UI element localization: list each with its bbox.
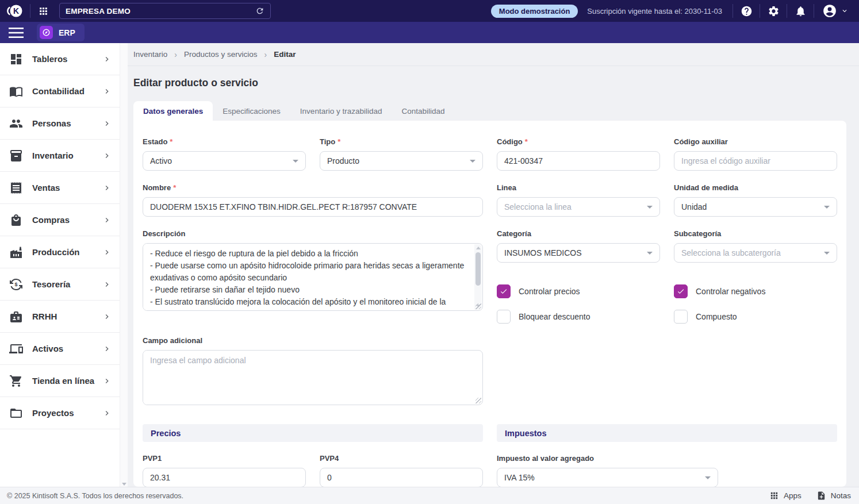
subcategoria-placeholder: Selecciona la subcatergoría	[681, 248, 781, 257]
sidebar-item-rrhh[interactable]: RRHH	[0, 301, 120, 333]
company-selector[interactable]	[59, 3, 271, 19]
sidebar-item-personas[interactable]: Personas	[0, 107, 120, 140]
chevron-right-icon	[102, 409, 112, 418]
page-title: Editar producto o servicio	[133, 76, 859, 89]
sidebar-item-tesoreria[interactable]: $ Tesorería	[0, 268, 120, 301]
linea-label: Linea	[497, 183, 516, 192]
field-codigo: Código*	[497, 137, 660, 171]
checkbox-bloquear-descuento[interactable]: Bloquear descuento	[497, 310, 660, 324]
iva-value: IVA 15%	[504, 473, 535, 482]
resize-grip[interactable]	[475, 303, 481, 309]
footer-apps-label: Apps	[784, 491, 802, 500]
estado-label: Estado	[143, 137, 167, 146]
checkbox-box[interactable]	[497, 310, 511, 324]
field-codigo-auxiliar: Código auxiliar	[674, 137, 837, 171]
company-selector-input[interactable]	[66, 7, 251, 16]
checkbox-box[interactable]	[674, 284, 688, 298]
sidebar-item-produccion[interactable]: Producción	[0, 236, 120, 268]
campo-adicional-label: Campo adicional	[143, 336, 202, 345]
sidebar-nav: Tableros Contabilidad Personas Inventari…	[0, 43, 120, 487]
resize-grip[interactable]	[475, 398, 481, 403]
sidebar-item-ventas[interactable]: Ventas	[0, 172, 120, 204]
dashboard-icon	[9, 52, 23, 66]
scroll-down-arrow-icon[interactable]	[122, 483, 126, 486]
descripcion-label: Descripción	[143, 229, 185, 238]
checkbox-compuesto[interactable]: Compuesto	[674, 310, 837, 324]
tab-especificaciones[interactable]: Especificaciones	[213, 101, 290, 121]
pvp4-input[interactable]	[320, 468, 483, 487]
user-menu[interactable]	[814, 3, 853, 18]
erp-app-chip[interactable]: ERP	[37, 24, 85, 41]
apps-grid-icon[interactable]	[30, 6, 56, 17]
sidebar-item-contabilidad[interactable]: Contabilidad	[0, 75, 120, 107]
chevron-right-icon	[102, 119, 112, 128]
inventory-box-icon	[9, 149, 23, 163]
sidebar-item-label: Contabilidad	[32, 86, 85, 96]
tipo-select[interactable]: Producto	[320, 151, 483, 171]
unidad-select[interactable]: Unidad	[674, 197, 837, 217]
tab-datos-generales[interactable]: Datos generales	[133, 101, 213, 121]
breadcrumb-separator: ›	[174, 50, 177, 59]
refresh-icon[interactable]	[255, 6, 264, 16]
section-impuestos: Impuestos	[497, 424, 837, 442]
kintisoft-logo[interactable]: K	[0, 2, 30, 20]
badge-icon	[9, 310, 23, 324]
checkbox-controlar-negativos[interactable]: Controlar negativos	[674, 284, 837, 298]
checkbox-controlar-precios[interactable]: Controlar precios	[497, 284, 660, 298]
campo-adicional-textarea[interactable]	[143, 351, 472, 405]
checkbox-label: Controlar precios	[519, 287, 580, 296]
sidebar-item-label: Ventas	[32, 183, 60, 193]
menu-toggle-button[interactable]	[0, 27, 32, 39]
iva-select[interactable]: IVA 15%	[497, 468, 718, 487]
column-categoria: Categoría INSUMOS MEDICOS Controlar prec…	[497, 229, 660, 324]
scroll-up-arrow-icon[interactable]	[476, 247, 481, 249]
sidebar-item-label: Compras	[32, 215, 70, 225]
sidebar-item-activos[interactable]: Activos	[0, 333, 120, 365]
sidebar-item-proyectos[interactable]: Proyectos	[0, 397, 120, 429]
chevron-right-icon	[102, 87, 112, 96]
tab-contabilidad[interactable]: Contabilidad	[392, 101, 454, 121]
field-linea: Linea Selecciona la linea	[497, 183, 660, 217]
sidebar-item-tableros[interactable]: Tableros	[0, 43, 120, 75]
sidebar-item-inventario[interactable]: Inventario	[0, 140, 120, 172]
codigo-auxiliar-input[interactable]	[674, 151, 837, 171]
checkbox-box[interactable]	[497, 284, 511, 298]
help-button[interactable]	[733, 5, 760, 17]
pvp1-input[interactable]	[143, 468, 306, 487]
footer-notas-button[interactable]: Notas	[816, 491, 851, 501]
codigo-input[interactable]	[497, 151, 660, 171]
main-content: Inventario › Productos y servicios › Edi…	[128, 43, 859, 487]
descripcion-textarea[interactable]: - Reduce el riesgo de ruptura de la piel…	[143, 244, 472, 310]
chevron-right-icon	[102, 312, 112, 321]
sidebar-item-tienda-en-linea[interactable]: Tienda en línea	[0, 365, 120, 397]
tab-inventario-y-trazabilidad[interactable]: Inventario y trazabilidad	[290, 101, 392, 121]
sidebar-item-label: Personas	[32, 118, 71, 128]
textarea-scrollbar[interactable]	[474, 244, 482, 310]
estado-select[interactable]: Activo	[143, 151, 306, 171]
breadcrumb-productos-y-servicios[interactable]: Productos y servicios	[184, 50, 258, 59]
nombre-input[interactable]	[143, 197, 483, 217]
form-panel: Estado* Activo Tipo* Producto Código* Có…	[133, 121, 846, 487]
sidebar-item-label: Tesorería	[32, 279, 70, 289]
pvp4-label: PVP4	[320, 454, 339, 463]
currency-exchange-icon: $	[9, 278, 23, 291]
settings-button[interactable]	[760, 5, 787, 17]
sidebar-scrollbar[interactable]	[120, 43, 128, 487]
field-subcategoria: Subcategoría Selecciona la subcatergoría	[674, 229, 837, 263]
top-bar: K Modo demostración Suscripción vigente …	[0, 0, 859, 22]
chevron-right-icon	[102, 151, 112, 160]
chevron-right-icon	[102, 183, 112, 193]
tab-bar: Datos generales Especificaciones Inventa…	[133, 101, 859, 121]
linea-select[interactable]: Selecciona la linea	[497, 197, 660, 217]
sidebar-item-compras[interactable]: Compras	[0, 204, 120, 236]
scrollbar-thumb[interactable]	[475, 252, 481, 286]
codigo-auxiliar-label: Código auxiliar	[674, 137, 728, 146]
footer-apps-button[interactable]: Apps	[769, 491, 802, 501]
svg-text:K: K	[13, 6, 19, 16]
notifications-button[interactable]	[787, 5, 814, 17]
hamburger-icon	[9, 27, 24, 39]
breadcrumb-inventario[interactable]: Inventario	[133, 50, 167, 59]
subcategoria-select[interactable]: Selecciona la subcatergoría	[674, 243, 837, 263]
categoria-select[interactable]: INSUMOS MEDICOS	[497, 243, 660, 263]
checkbox-box[interactable]	[674, 310, 688, 324]
